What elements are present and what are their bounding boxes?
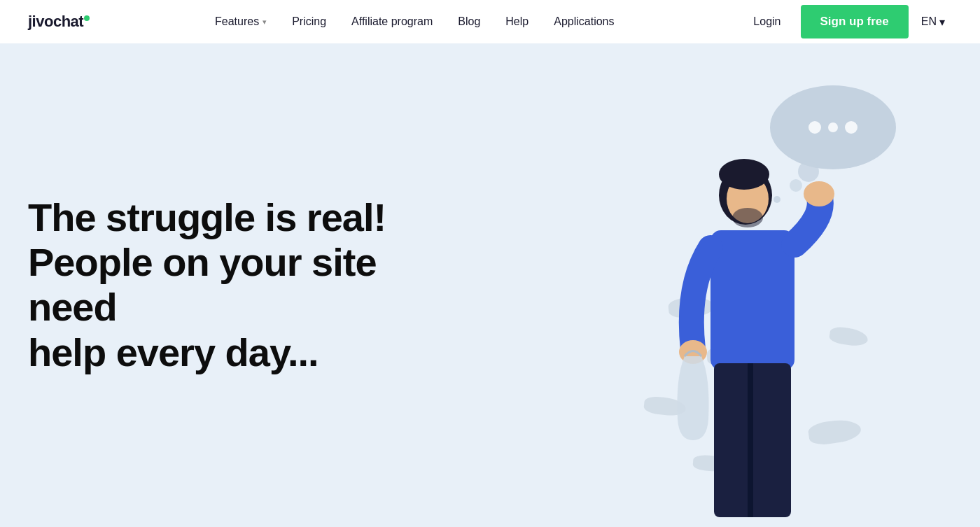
login-button[interactable]: Login bbox=[739, 0, 794, 43]
logo-dot bbox=[84, 15, 90, 21]
nav-applications[interactable]: Applications bbox=[541, 0, 626, 43]
nav-applications-label: Applications bbox=[554, 15, 614, 28]
main-nav: Features ▾ Pricing Affiliate program Blo… bbox=[202, 0, 626, 43]
nav-right: Login Sign up free EN ▾ bbox=[739, 0, 952, 43]
chevron-down-icon: ▾ bbox=[262, 17, 267, 27]
nav-help[interactable]: Help bbox=[493, 0, 541, 43]
lang-label: EN bbox=[921, 15, 937, 28]
hero-line2: People on your site need bbox=[28, 240, 377, 329]
hero-illustration bbox=[455, 43, 980, 527]
logo-text: jivochat bbox=[28, 13, 83, 31]
hero-text: The struggle is real! People on your sit… bbox=[28, 195, 448, 376]
nav-help-label: Help bbox=[505, 15, 528, 28]
nav-blog[interactable]: Blog bbox=[445, 0, 493, 43]
svg-point-3 bbox=[719, 159, 769, 190]
language-selector[interactable]: EN ▾ bbox=[914, 15, 952, 29]
nav-features[interactable]: Features ▾ bbox=[202, 0, 279, 43]
person-figure bbox=[644, 132, 840, 527]
logo[interactable]: jivochat bbox=[28, 13, 90, 31]
hero-line3: help every day... bbox=[28, 330, 318, 374]
nav-features-label: Features bbox=[215, 15, 259, 28]
hero-heading: The struggle is real! People on your sit… bbox=[28, 195, 448, 376]
svg-rect-4 bbox=[710, 230, 794, 370]
nav-blog-label: Blog bbox=[458, 15, 480, 28]
bubble-dot-3 bbox=[845, 121, 858, 134]
signup-button[interactable]: Sign up free bbox=[801, 5, 909, 38]
signup-label: Sign up free bbox=[820, 15, 889, 28]
bubble-dot-2 bbox=[828, 122, 838, 132]
svg-point-5 bbox=[804, 181, 834, 206]
hero-section: The struggle is real! People on your sit… bbox=[0, 43, 980, 527]
svg-point-2 bbox=[732, 208, 763, 227]
nav-affiliate-label: Affiliate program bbox=[351, 15, 433, 28]
nav-pricing-label: Pricing bbox=[292, 15, 326, 28]
login-label: Login bbox=[753, 15, 780, 28]
header: jivochat Features ▾ Pricing Affiliate pr… bbox=[0, 0, 980, 43]
nav-affiliate[interactable]: Affiliate program bbox=[339, 0, 445, 43]
svg-rect-8 bbox=[748, 363, 753, 517]
hero-line1: The struggle is real! bbox=[28, 195, 386, 239]
lang-chevron-icon: ▾ bbox=[939, 15, 945, 29]
nav-pricing[interactable]: Pricing bbox=[279, 0, 339, 43]
